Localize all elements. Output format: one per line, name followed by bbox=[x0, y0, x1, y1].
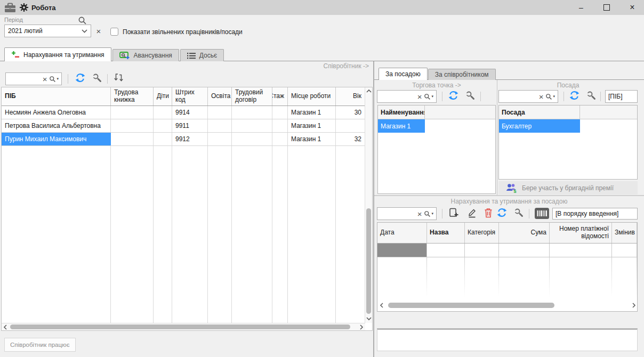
status-text: Співробітник працює bbox=[10, 342, 70, 348]
refresh-icon[interactable] bbox=[497, 208, 507, 217]
advance-search-icon bbox=[119, 51, 130, 60]
column-header[interactable]: Дата bbox=[377, 223, 427, 243]
search-icon[interactable] bbox=[78, 16, 87, 25]
column-header[interactable]: Діти bbox=[154, 87, 172, 106]
search-options-caret-icon[interactable]: ▾ bbox=[553, 94, 555, 99]
employee-search-clear-icon[interactable]: × bbox=[43, 75, 47, 84]
table-row[interactable]: Петрова Василиса Альбертовна 9911 Магази… bbox=[2, 119, 365, 133]
tab-advance[interactable]: Авансування bbox=[112, 49, 179, 61]
show-dismissed-checkbox[interactable] bbox=[110, 28, 118, 36]
column-header[interactable]: Найменування bbox=[378, 106, 425, 119]
employee-table-body: ПІБ Трудова книжка Діти Штрих код Освіта… bbox=[2, 87, 365, 323]
scroll-up-icon[interactable] bbox=[366, 89, 372, 93]
store-name: Магазин 1 bbox=[378, 119, 425, 133]
horizontal-scroll-thumb[interactable] bbox=[10, 324, 350, 329]
search-options-caret-icon[interactable]: ▾ bbox=[431, 212, 433, 216]
tab-by-position[interactable]: За посадою bbox=[379, 68, 428, 80]
employee-search-input[interactable] bbox=[9, 75, 43, 83]
search-options-caret-icon[interactable]: ▾ bbox=[431, 94, 433, 99]
svg-text:$: $ bbox=[514, 189, 517, 193]
position-list: Посада Бухгалтер bbox=[498, 105, 638, 180]
scroll-down-icon[interactable] bbox=[366, 317, 372, 321]
wrench-icon[interactable] bbox=[92, 73, 102, 83]
brigade-bonus-label: Бере участь у бригадній премії bbox=[522, 184, 614, 192]
right-tabs: За посадою За співробітником bbox=[379, 68, 496, 80]
store-search-input[interactable] bbox=[380, 92, 417, 101]
store-section-header: Торгова точка -> bbox=[377, 82, 496, 89]
show-dismissed-label: Показати звільнених працівників/посади bbox=[123, 28, 243, 36]
refresh-icon[interactable] bbox=[75, 73, 85, 83]
briefcase-icon bbox=[4, 3, 16, 13]
accruals-search-input[interactable] bbox=[380, 209, 417, 218]
column-header[interactable]: Назва bbox=[427, 223, 465, 243]
column-header[interactable]: Трудова книжка bbox=[111, 87, 154, 106]
order-filter-dropdown[interactable]: [В порядку введення] bbox=[552, 208, 638, 220]
status-badge: Співробітник працює bbox=[4, 338, 76, 352]
tab-accruals[interactable]: Нарахування та утримання bbox=[4, 47, 111, 61]
column-header[interactable]: Штрих код bbox=[172, 87, 208, 106]
accruals-search-magnifier-icon[interactable] bbox=[424, 210, 431, 217]
scroll-left-icon[interactable] bbox=[3, 324, 7, 330]
column-header[interactable]: Категорія bbox=[465, 223, 499, 243]
refresh-icon[interactable] bbox=[448, 91, 458, 100]
edit-icon[interactable] bbox=[467, 208, 477, 218]
comment-text-area[interactable] bbox=[377, 328, 638, 351]
close-button[interactable]: × bbox=[621, 0, 644, 15]
cell-age: 32 bbox=[336, 133, 365, 145]
column-header[interactable]: Посада bbox=[499, 106, 580, 119]
column-header[interactable]: Стаж bbox=[272, 87, 288, 106]
position-search-clear-icon[interactable]: × bbox=[539, 92, 544, 101]
cell-barcode: 9911 bbox=[172, 119, 208, 132]
refresh-icon[interactable] bbox=[569, 91, 579, 100]
horizontal-scroll-thumb[interactable] bbox=[388, 303, 554, 308]
plus-minus-icon bbox=[11, 51, 20, 59]
column-header[interactable]: Номер платіжної відомості bbox=[550, 223, 612, 243]
table-row-selected[interactable]: Пурин Михаил Максимович 9912 Магазин 1 3… bbox=[2, 133, 365, 146]
tab-dossier[interactable]: Досьє bbox=[180, 49, 224, 61]
position-search-input[interactable] bbox=[502, 92, 539, 101]
cell-barcode: 9914 bbox=[172, 106, 208, 119]
scroll-left-icon[interactable] bbox=[380, 303, 384, 308]
maximize-button[interactable] bbox=[595, 0, 618, 15]
list-item-selected[interactable]: Магазин 1 bbox=[378, 119, 495, 133]
period-clear-icon[interactable]: × bbox=[94, 26, 103, 36]
tab-by-employee[interactable]: За співробітником bbox=[428, 69, 496, 80]
column-header[interactable]: Освіта bbox=[208, 87, 232, 106]
add-icon[interactable] bbox=[448, 208, 458, 218]
store-search-magnifier-icon[interactable] bbox=[424, 93, 431, 100]
selected-empty-cell bbox=[377, 244, 427, 257]
column-header[interactable]: ПІБ bbox=[2, 87, 111, 106]
toolbar-separator bbox=[442, 209, 442, 218]
store-search-clear-icon[interactable]: × bbox=[417, 92, 422, 101]
table-row[interactable]: Несмиян Анжела Олеговна 9914 Магазин 1 3… bbox=[2, 106, 365, 119]
accruals-search-clear-icon[interactable]: × bbox=[417, 209, 422, 218]
brigade-bonus-button[interactable]: $ Бере участь у бригадній премії bbox=[498, 181, 638, 194]
period-dropdown[interactable]: 2021 лютий bbox=[4, 25, 91, 37]
column-header[interactable]: Сума bbox=[499, 223, 550, 243]
store-search-box: × ▾ bbox=[377, 90, 437, 103]
employee-table: ПІБ Трудова книжка Діти Штрих код Освіта… bbox=[1, 87, 373, 331]
minimize-button[interactable]: – bbox=[569, 0, 593, 15]
position-search-magnifier-icon[interactable] bbox=[545, 93, 552, 100]
adjust-columns-icon[interactable] bbox=[113, 73, 124, 82]
toolbar-separator bbox=[442, 92, 442, 101]
barcode-icon[interactable] bbox=[535, 208, 549, 219]
pib-filter-dropdown[interactable]: [ПІБ] bbox=[605, 90, 638, 103]
delete-icon[interactable] bbox=[484, 208, 493, 218]
scroll-right-icon[interactable] bbox=[632, 303, 636, 308]
wrench-icon[interactable] bbox=[465, 91, 475, 100]
column-header[interactable]: Вік bbox=[336, 87, 365, 106]
panel-splitter[interactable] bbox=[373, 61, 374, 357]
column-header[interactable]: Місце роботи bbox=[288, 87, 336, 106]
empty-table-row[interactable] bbox=[377, 244, 637, 257]
people-dollar-icon: $ bbox=[505, 183, 518, 193]
column-header[interactable]: Змінив bbox=[612, 223, 637, 243]
employee-search-magnifier-icon[interactable] bbox=[49, 76, 56, 83]
wrench-icon[interactable] bbox=[586, 91, 596, 100]
vertical-scroll-thumb[interactable] bbox=[366, 208, 371, 314]
scroll-right-icon[interactable] bbox=[359, 324, 364, 330]
list-item-selected[interactable]: Бухгалтер bbox=[499, 119, 637, 133]
search-options-caret-icon[interactable]: ▾ bbox=[57, 77, 59, 81]
column-header[interactable]: Трудовий договір bbox=[232, 87, 272, 106]
wrench-icon[interactable] bbox=[514, 208, 524, 217]
